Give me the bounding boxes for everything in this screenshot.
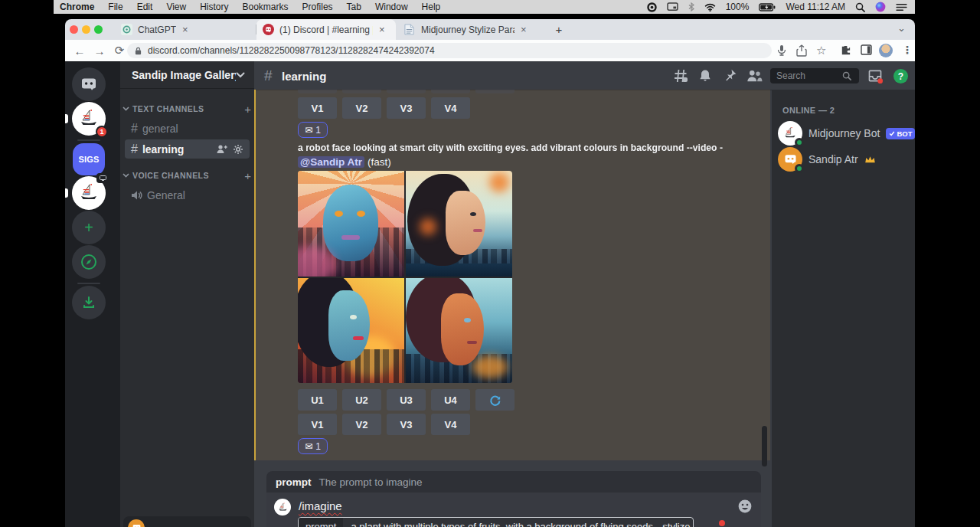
v1-button[interactable]: V1 xyxy=(298,414,337,435)
member-row-midjourney-bot[interactable]: Midjourney Bot BOT xyxy=(778,120,910,146)
discord-home-button[interactable] xyxy=(72,67,106,101)
u1-button[interactable]: U1 xyxy=(298,389,337,411)
wifi-icon[interactable] xyxy=(704,3,716,11)
u2-button[interactable]: U2 xyxy=(342,389,381,411)
tab-midjourney[interactable]: Midjourney Stylize Parameter × xyxy=(398,19,545,40)
tab-search-chevron-icon[interactable]: ⌄ xyxy=(897,22,906,34)
menu-profiles[interactable]: Profiles xyxy=(302,2,333,12)
create-channel-icon[interactable]: + xyxy=(244,103,251,116)
download-apps-button[interactable] xyxy=(72,286,106,319)
voice-channels-category[interactable]: VOICE CHANNELS + xyxy=(122,169,251,182)
search-box[interactable] xyxy=(770,68,859,83)
side-panel-icon[interactable] xyxy=(861,44,872,55)
image-quadrant-4 xyxy=(406,278,512,384)
v1-button[interactable]: V1 xyxy=(298,97,337,119)
notifications-bell-icon[interactable] xyxy=(697,68,713,83)
threads-icon[interactable] xyxy=(673,68,688,83)
notification-badge: 1 xyxy=(96,126,108,138)
profile-avatar[interactable] xyxy=(879,44,893,57)
back-button[interactable]: ← xyxy=(70,44,90,57)
server-sigs[interactable]: SIGS xyxy=(73,143,105,175)
upscale-button-row: U1 U2 U3 U4 xyxy=(298,389,514,411)
member-row-sandip[interactable]: Sandip Atr xyxy=(778,146,910,172)
window-minimize-button[interactable] xyxy=(82,25,90,34)
menu-tab[interactable]: Tab xyxy=(347,2,361,12)
menu-help[interactable]: Help xyxy=(422,2,441,12)
check-icon xyxy=(889,130,895,136)
menu-app-name[interactable]: Chrome xyxy=(60,2,94,12)
server-sailboat-1[interactable]: 1 xyxy=(72,102,106,136)
server-header[interactable]: Sandip Image Gallery Se... xyxy=(120,61,254,89)
chevron-down-icon xyxy=(236,72,245,78)
window-zoom-button[interactable] xyxy=(94,25,103,34)
slash-command[interactable]: /imagine xyxy=(299,499,342,512)
channel-learning[interactable]: # learning xyxy=(125,139,250,159)
new-tab-button[interactable]: + xyxy=(553,24,565,36)
emoji-picker-icon[interactable] xyxy=(737,499,753,514)
share-icon[interactable] xyxy=(796,44,807,57)
inbox-icon[interactable] xyxy=(867,68,883,83)
user-mention[interactable]: @Sandip Atr xyxy=(298,156,364,168)
v3-button[interactable]: V3 xyxy=(387,414,426,435)
bluetooth-icon[interactable] xyxy=(688,2,694,11)
generated-image-grid[interactable] xyxy=(298,171,512,383)
envelope-reaction[interactable]: ✉ 1 xyxy=(298,438,328,454)
v2-button[interactable]: V2 xyxy=(342,97,381,119)
explore-servers-button[interactable] xyxy=(72,245,106,279)
u4-button[interactable]: U4 xyxy=(431,389,470,411)
channel-settings-gear-icon[interactable] xyxy=(233,144,243,155)
reaction-count: 1 xyxy=(315,441,321,452)
menu-bookmarks[interactable]: Bookmarks xyxy=(243,2,289,12)
invite-people-icon[interactable] xyxy=(216,144,228,154)
menu-window[interactable]: Window xyxy=(375,2,408,12)
screen-record-icon[interactable] xyxy=(647,2,657,12)
pin-icon[interactable] xyxy=(722,68,737,83)
v4-button[interactable]: V4 xyxy=(431,414,470,435)
chatgpt-favicon xyxy=(121,24,132,35)
menu-history[interactable]: History xyxy=(200,2,228,12)
bookmark-star-icon[interactable]: ☆ xyxy=(816,44,826,57)
add-server-button[interactable]: + xyxy=(72,211,106,244)
u3-button[interactable]: U3 xyxy=(387,389,426,411)
menubar-clock[interactable]: Wed 11:12 AM xyxy=(786,2,845,12)
streaming-badge-icon xyxy=(96,173,109,183)
text-channels-category[interactable]: TEXT CHANNELS + xyxy=(122,103,251,115)
search-input[interactable] xyxy=(775,70,842,82)
bot-badge: BOT xyxy=(886,128,915,139)
tab-close-icon[interactable]: × xyxy=(182,25,188,34)
v2-button[interactable]: V2 xyxy=(342,414,381,435)
create-channel-icon[interactable]: + xyxy=(244,169,251,182)
v4-button[interactable]: V4 xyxy=(431,97,470,119)
spotlight-search-icon[interactable] xyxy=(855,2,865,12)
user-avatar[interactable] xyxy=(128,519,145,527)
extensions-puzzle-icon[interactable] xyxy=(840,44,851,56)
server-sailboat-2[interactable] xyxy=(72,176,106,210)
menu-file[interactable]: File xyxy=(108,2,122,12)
tab-chatgpt[interactable]: ChatGPT × xyxy=(115,19,254,40)
control-center-icon[interactable] xyxy=(896,3,907,11)
tab-close-icon[interactable]: × xyxy=(521,25,527,34)
forward-button[interactable]: → xyxy=(90,44,109,57)
menu-view[interactable]: View xyxy=(166,2,186,12)
reroll-button[interactable] xyxy=(475,389,514,411)
tab-discord[interactable]: (1) Discord | #learning | Sandi × xyxy=(256,19,396,40)
prompt-option-field[interactable]: prompt a plant with multiple types of fr… xyxy=(298,517,694,527)
option-label: prompt xyxy=(299,518,343,527)
chat-scrollbar[interactable] xyxy=(762,426,767,466)
v3-button[interactable]: V3 xyxy=(387,97,426,119)
display-icon[interactable] xyxy=(667,2,678,11)
rail-divider xyxy=(77,139,100,141)
browser-menu-icon[interactable]: ⋮ xyxy=(902,44,913,56)
tab-close-icon[interactable]: × xyxy=(379,25,385,34)
envelope-reaction[interactable]: ✉ 1 xyxy=(298,122,328,138)
help-button[interactable]: ? xyxy=(893,69,908,83)
channel-general[interactable]: # general xyxy=(125,119,250,138)
mic-icon[interactable] xyxy=(776,44,787,57)
voice-channel-general[interactable]: General xyxy=(125,185,250,205)
siri-icon[interactable] xyxy=(875,2,886,12)
address-bar[interactable]: discord.com/channels/1128282250098778123… xyxy=(127,43,772,58)
option-value[interactable]: a plant with multiple types of fruits, w… xyxy=(343,521,694,527)
member-list-icon[interactable] xyxy=(746,68,761,83)
menu-edit[interactable]: Edit xyxy=(137,2,153,12)
window-close-button[interactable] xyxy=(70,25,78,34)
